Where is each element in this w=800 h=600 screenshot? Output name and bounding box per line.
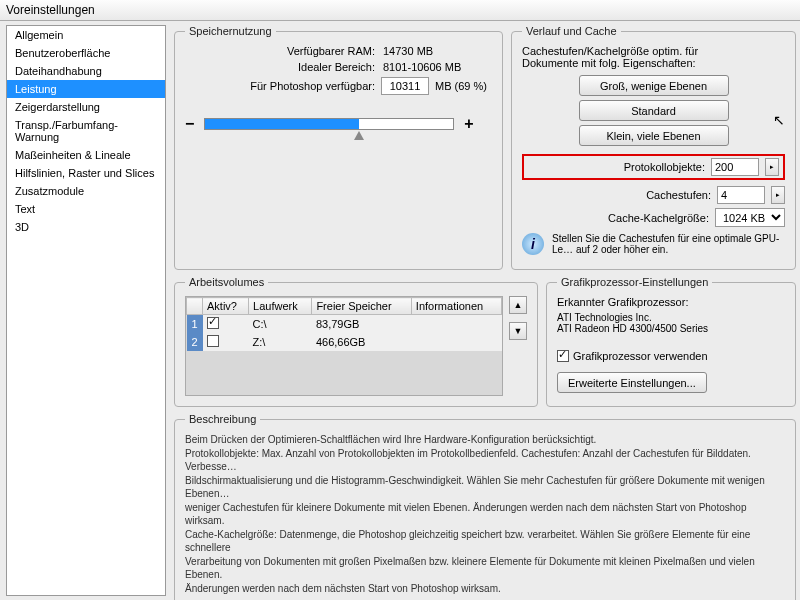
ideal-range-value: 8101-10606 MB [383,61,461,73]
gpu-settings-group: Grafikprozessor-Einstellungen Erkannter … [546,276,796,407]
scratch-table: Aktiv? Laufwerk Freier Speicher Informat… [186,297,502,351]
cache-tile-select[interactable]: 1024 KB [715,208,785,227]
cache-info-text: Stellen Sie die Cachestufen für eine opt… [552,233,785,255]
scratch-legend: Arbeitsvolumes [185,276,268,288]
sidebar-item-benutzeroberfl-che[interactable]: Benutzeroberfläche [7,44,165,62]
col-info[interactable]: Informationen [411,298,501,315]
preset-large-button[interactable]: Groß, wenige Ebenen [579,75,729,96]
info-cell [411,315,501,334]
cache-levels-spinner[interactable]: ▸ [771,186,785,204]
slider-thumb-icon[interactable] [354,131,364,140]
sidebar-item--d[interactable]: 3D [7,218,165,236]
active-checkbox[interactable] [207,335,219,347]
window-title: Voreinstellungen [0,0,800,21]
cache-tile-label: Cache-Kachelgröße: [608,212,709,224]
preset-small-button[interactable]: Klein, viele Ebenen [579,125,729,146]
col-active[interactable]: Aktiv? [203,298,249,315]
history-intro1: Cachestufen/Kachelgröße optim. für [522,45,785,57]
memory-slider[interactable] [204,118,454,130]
free-cell: 83,79GB [312,315,411,334]
drive-cell: C:\ [249,315,312,334]
ps-available-label: Für Photoshop verfügbar: [185,80,375,92]
move-down-button[interactable]: ▼ [509,322,527,340]
active-checkbox[interactable] [207,317,219,329]
available-ram-label: Verfügbarer RAM: [185,45,375,57]
sidebar-item-zusatzmodule[interactable]: Zusatzmodule [7,182,165,200]
drive-cell: Z:\ [249,333,312,351]
use-gpu-checkbox[interactable] [557,350,569,362]
gpu-legend: Grafikprozessor-Einstellungen [557,276,712,288]
category-sidebar: AllgemeinBenutzeroberflächeDateihandhabu… [6,25,166,596]
history-intro2: Dokumente mit folg. Eigenschaften: [522,57,785,69]
description-group: Beschreibung Beim Drücken der Optimieren… [174,413,796,600]
gpu-vendor: ATI Technologies Inc. [557,312,785,323]
gpu-detected-label: Erkannter Grafikprozessor: [557,296,785,308]
history-states-input[interactable] [711,158,759,176]
preset-default-button[interactable]: Standard [579,100,729,121]
move-up-button[interactable]: ▲ [509,296,527,314]
sidebar-item-dateihandhabung[interactable]: Dateihandhabung [7,62,165,80]
sidebar-item-transp-farbumfang-warnung[interactable]: Transp./Farbumfang-Warnung [7,116,165,146]
history-states-label: Protokollobjekte: [624,161,705,173]
row-number: 2 [187,333,203,351]
sidebar-item-hilfslinien-raster-und-slices[interactable]: Hilfslinien, Raster und Slices [7,164,165,182]
description-legend: Beschreibung [185,413,260,425]
table-row[interactable]: 2Z:\466,66GB [187,333,502,351]
cache-levels-input[interactable] [717,186,765,204]
history-states-spinner[interactable]: ▸ [765,158,779,176]
slider-plus-button[interactable]: + [464,115,473,133]
history-cache-group: ↖ Verlauf und Cache Cachestufen/Kachelgr… [511,25,796,270]
info-cell [411,333,501,351]
ps-available-suffix: MB (69 %) [435,80,487,92]
sidebar-item-ma-einheiten-lineale[interactable]: Maßeinheiten & Lineale [7,146,165,164]
row-number: 1 [187,315,203,334]
ideal-range-label: Idealer Bereich: [185,61,375,73]
sidebar-item-leistung[interactable]: Leistung [7,80,165,98]
memory-legend: Speichernutzung [185,25,276,37]
info-icon: i [522,233,544,255]
free-cell: 466,66GB [312,333,411,351]
cache-levels-label: Cachestufen: [646,189,711,201]
sidebar-item-zeigerdarstellung[interactable]: Zeigerdarstellung [7,98,165,116]
table-row[interactable]: 1C:\83,79GB [187,315,502,334]
sidebar-item-text[interactable]: Text [7,200,165,218]
gpu-advanced-button[interactable]: Erweiterte Einstellungen... [557,372,707,393]
use-gpu-label: Grafikprozessor verwenden [573,350,708,362]
scratch-disks-group: Arbeitsvolumes Aktiv? Laufwerk Freier Sp… [174,276,538,407]
history-legend: Verlauf und Cache [522,25,621,37]
col-drive[interactable]: Laufwerk [249,298,312,315]
gpu-model: ATI Radeon HD 4300/4500 Series [557,323,785,334]
description-text: Beim Drücken der Optimieren-Schaltfläche… [185,433,785,595]
slider-minus-button[interactable]: − [185,115,194,133]
col-free[interactable]: Freier Speicher [312,298,411,315]
sidebar-item-allgemein[interactable]: Allgemein [7,26,165,44]
slider-fill [205,119,359,129]
memory-usage-group: Speichernutzung Verfügbarer RAM:14730 MB… [174,25,503,270]
available-ram-value: 14730 MB [383,45,433,57]
ps-available-input[interactable] [381,77,429,95]
